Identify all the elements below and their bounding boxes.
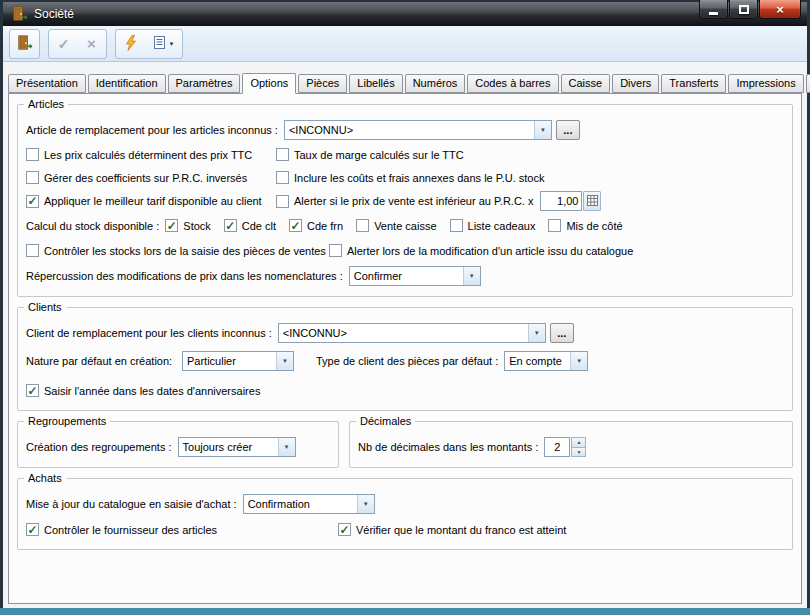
tab-numeros[interactable]: Numéros xyxy=(405,74,466,93)
checkbox-couts-frais-pu-stock[interactable]: Inclure les coûts et frais annexes dans … xyxy=(276,168,784,187)
unknown-article-combobox[interactable]: <INCONNU> ▼ xyxy=(284,120,552,140)
checkbox-coefficients-prc[interactable]: Gérer des coefficients sur P.R.C. invers… xyxy=(26,168,276,187)
combobox-value: Toujours créer xyxy=(179,438,278,456)
checkbox-box[interactable]: ✓ xyxy=(26,523,39,536)
calculator-button[interactable] xyxy=(583,191,601,211)
type-client-combobox[interactable]: En compte ▼ xyxy=(504,351,588,371)
checkbox-alerter-modification-catalogue[interactable]: Alerter lors de la modification d'un art… xyxy=(329,241,633,260)
unknown-client-combobox[interactable]: <INCONNU> ▼ xyxy=(278,323,546,343)
checkbox-box[interactable]: ✓ xyxy=(26,384,39,397)
checkbox-controler-stocks[interactable]: Contrôler les stocks lors de la saisie d… xyxy=(26,241,326,260)
checkbox-liste-cadeaux[interactable]: Liste cadeaux xyxy=(450,219,536,232)
client-defaults-row: Nature par défaut en création: Particuli… xyxy=(26,351,784,371)
checkbox-box[interactable] xyxy=(356,219,369,232)
checkbox-meilleur-tarif[interactable]: ✓ Appliquer le meilleur tarif disponible… xyxy=(26,191,276,211)
tab-identification[interactable]: Identification xyxy=(88,74,166,93)
checkbox-cde-clt[interactable]: ✓ Cde clt xyxy=(224,219,276,232)
checkbox-box[interactable] xyxy=(276,195,289,208)
checkbox-label: Appliquer le meilleur tarif disponible a… xyxy=(44,195,262,207)
checkbox-box[interactable] xyxy=(26,244,39,257)
tab-caisse[interactable]: Caisse xyxy=(561,74,611,93)
checkbox-box[interactable]: ✓ xyxy=(165,219,178,232)
maj-catalogue-combobox[interactable]: Confirmation ▼ xyxy=(243,494,375,514)
nature-defaut-combobox[interactable]: Particulier ▼ xyxy=(182,351,294,371)
checkbox-box[interactable] xyxy=(450,219,463,232)
tab-rgpd[interactable]: RGPD xyxy=(806,74,810,93)
group-clients: Clients Client de remplacement pour les … xyxy=(17,307,793,411)
tab-impressions[interactable]: Impressions xyxy=(728,74,803,93)
checkbox-box[interactable] xyxy=(548,219,561,232)
checkbox-box[interactable] xyxy=(276,171,289,184)
repercussion-combobox[interactable]: Confirmer ▼ xyxy=(349,266,481,286)
minimize-button[interactable] xyxy=(699,0,728,19)
tab-presentation[interactable]: Présentation xyxy=(8,74,86,93)
actions-button[interactable] xyxy=(117,31,144,57)
checkbox-cde-frn[interactable]: ✓ Cde frn xyxy=(289,219,343,232)
checkbox-box[interactable]: ✓ xyxy=(338,523,351,536)
checkbox-box[interactable] xyxy=(26,171,39,184)
chevron-down-icon[interactable]: ▼ xyxy=(528,324,545,342)
toolbar-group-exit xyxy=(9,29,40,59)
cancel-button[interactable]: × xyxy=(78,31,105,57)
checkbox-taux-marge-ttc[interactable]: Taux de marge calculés sur le TTC xyxy=(276,145,784,164)
checkbox-label: Les prix calculés déterminent des prix T… xyxy=(44,149,252,161)
check-icon: ✓ xyxy=(58,37,70,51)
articles-options-grid: Les prix calculés déterminent des prix T… xyxy=(26,143,784,213)
checkbox-box[interactable]: ✓ xyxy=(224,219,237,232)
checkbox-vente-caisse[interactable]: Vente caisse xyxy=(356,219,436,232)
spinner-value[interactable]: 2 xyxy=(544,437,570,457)
checkbox-label: Contrôler le fournisseur des articles xyxy=(44,524,217,536)
tab-codes-a-barres[interactable]: Codes à barres xyxy=(467,74,558,93)
tab-libelles[interactable]: Libellés xyxy=(349,74,402,93)
maximize-button[interactable] xyxy=(729,0,758,19)
stock-disponible-label: Calcul du stock disponible : xyxy=(26,220,159,232)
maj-catalogue-row: Mise à jour du catalogue en saisie d'ach… xyxy=(26,494,784,514)
spinner-down-icon[interactable]: ▼ xyxy=(571,448,586,458)
checkbox-annee-anniversaires[interactable]: ✓ Saisir l'année dans les dates d'annive… xyxy=(26,381,260,400)
chevron-down-icon[interactable]: ▼ xyxy=(278,438,295,456)
chevron-down-icon[interactable]: ▼ xyxy=(534,121,551,139)
tab-transferts[interactable]: Transferts xyxy=(661,74,726,93)
browse-article-button[interactable]: ... xyxy=(556,120,580,140)
creation-regroupements-combobox[interactable]: Toujours créer ▼ xyxy=(178,437,296,457)
validate-button[interactable]: ✓ xyxy=(50,31,77,57)
checkbox-alerte-prc[interactable]: Alerter si le prix de vente est inférieu… xyxy=(276,195,533,208)
checkbox-prix-ttc[interactable]: Les prix calculés déterminent des prix T… xyxy=(26,145,276,164)
checkbox-box[interactable] xyxy=(26,148,39,161)
checkbox-box[interactable]: ✓ xyxy=(289,219,302,232)
spinner-up-icon[interactable]: ▲ xyxy=(571,437,586,448)
browse-client-button[interactable]: ... xyxy=(550,323,574,343)
tab-options[interactable]: Options xyxy=(242,73,296,94)
chevron-down-icon[interactable]: ▼ xyxy=(463,267,480,285)
chevron-down-icon[interactable]: ▼ xyxy=(276,352,293,370)
decimals-spinner[interactable]: 2 ▲ ▼ xyxy=(544,437,586,457)
checkbox-box[interactable]: ✓ xyxy=(26,195,39,208)
checkbox-verifier-franco[interactable]: ✓ Vérifier que le montant du franco est … xyxy=(338,520,784,539)
options-tab-page: Articles Article de remplacement pour le… xyxy=(8,93,802,604)
chevron-down-icon: ▼ xyxy=(169,41,175,47)
close-button[interactable]: × xyxy=(759,0,801,19)
tab-parametres[interactable]: Paramètres xyxy=(168,74,241,93)
checkbox-mis-de-cote[interactable]: Mis de côté xyxy=(548,219,622,232)
titlebar[interactable]: Société × xyxy=(3,2,807,26)
combobox-value: En compte xyxy=(505,352,570,370)
chevron-down-icon[interactable]: ▼ xyxy=(357,495,374,513)
nature-defaut-label: Nature par défaut en création: xyxy=(26,355,176,367)
tab-divers[interactable]: Divers xyxy=(612,74,659,93)
checkbox-box[interactable] xyxy=(329,244,342,257)
reports-menu-button[interactable]: ▼ xyxy=(145,31,181,57)
report-list-icon xyxy=(152,35,167,52)
spinner-buttons: ▲ ▼ xyxy=(571,437,586,457)
exit-button[interactable] xyxy=(11,31,38,57)
checkbox-box[interactable] xyxy=(276,148,289,161)
window-controls: × xyxy=(699,0,801,19)
group-achats-title: Achats xyxy=(24,472,66,484)
tab-pieces[interactable]: Pièces xyxy=(298,74,347,93)
close-icon: × xyxy=(776,3,784,16)
group-articles: Articles Article de remplacement pour le… xyxy=(17,104,793,297)
checkbox-stock[interactable]: ✓ Stock xyxy=(165,219,211,232)
chevron-down-icon[interactable]: ▼ xyxy=(570,352,587,370)
stock-checkbox-list: ✓ Stock ✓ Cde clt ✓ Cde frn xyxy=(165,219,622,232)
checkbox-controler-fournisseur[interactable]: ✓ Contrôler le fournisseur des articles xyxy=(26,520,338,539)
prc-multiplier-field[interactable]: 1,00 xyxy=(540,191,582,211)
